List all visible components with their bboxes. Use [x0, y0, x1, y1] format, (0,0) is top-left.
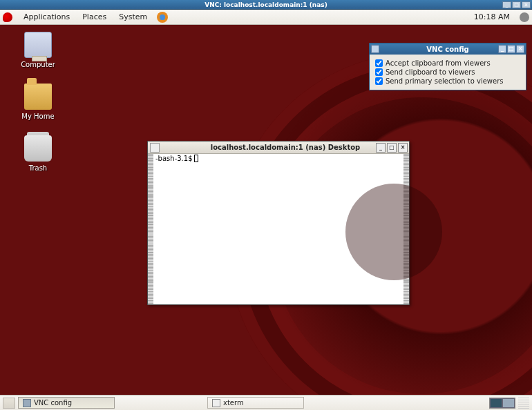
- option-send-primary[interactable]: Send primary selection to viewers: [375, 77, 520, 85]
- option-label: Accept clipboard from viewers: [386, 59, 491, 67]
- desktop-icon-home[interactable]: My Home: [10, 84, 66, 120]
- xterm-titlebar[interactable]: localhost.localdomain:1 (nas) Desktop _ …: [148, 141, 409, 154]
- option-send-clipboard[interactable]: Send clipboard to viewers: [375, 68, 520, 76]
- checkbox-send[interactable]: [375, 68, 383, 76]
- clock[interactable]: 10:18 AM: [471, 12, 513, 21]
- option-accept-clipboard[interactable]: Accept clipboard from viewers: [375, 59, 520, 67]
- menu-places[interactable]: Places: [79, 11, 109, 23]
- desktop-icon-label: My Home: [21, 113, 54, 120]
- vnc-config-window[interactable]: VNC config _ □ × Accept clipboard from v…: [369, 43, 526, 90]
- workspace-switcher[interactable]: [489, 398, 515, 409]
- taskbar-item-label: xterm: [223, 399, 244, 407]
- client-maximize-button[interactable]: □: [512, 1, 521, 8]
- terminal-prompt: -bash-3.1$: [155, 155, 193, 162]
- vnc-config-titlebar[interactable]: VNC config _ □ ×: [370, 43, 526, 55]
- workspace-1[interactable]: [490, 398, 502, 408]
- window-icon: [212, 399, 220, 407]
- firefox-icon[interactable]: [157, 12, 168, 23]
- taskbar-item-vnc-config[interactable]: VNC config: [18, 397, 115, 409]
- close-button[interactable]: ×: [516, 45, 524, 53]
- checkbox-accept[interactable]: [375, 59, 383, 67]
- volume-icon[interactable]: [520, 12, 529, 22]
- option-label: Send primary selection to viewers: [386, 77, 504, 85]
- taskbar-item-label: VNC config: [34, 399, 72, 407]
- client-close-button[interactable]: ×: [522, 1, 531, 8]
- desktop-icon-label: Trash: [29, 164, 47, 172]
- minimize-button[interactable]: _: [376, 143, 386, 153]
- computer-icon: [24, 32, 52, 58]
- desktop-icon-computer[interactable]: Computer: [10, 32, 66, 68]
- maximize-button[interactable]: □: [507, 45, 515, 53]
- menu-system[interactable]: System: [116, 11, 150, 23]
- terminal-cursor: [194, 155, 198, 162]
- desktop-icon-label: Computer: [21, 61, 55, 68]
- desktop-background[interactable]: Computer My Home Trash localhost.localdo…: [0, 25, 532, 395]
- menu-applications[interactable]: Applications: [21, 11, 73, 23]
- vnc-config-title: VNC config: [426, 46, 468, 53]
- maximize-button[interactable]: □: [387, 143, 397, 153]
- top-panel: Applications Places System 10:18 AM: [0, 10, 532, 25]
- xterm-window[interactable]: localhost.localdomain:1 (nas) Desktop _ …: [147, 141, 410, 305]
- remote-desktop: Applications Places System 10:18 AM Comp…: [0, 10, 532, 410]
- window-icon: [23, 399, 31, 407]
- close-button[interactable]: ×: [398, 143, 408, 153]
- show-desktop-button[interactable]: [3, 398, 15, 409]
- vnc-config-options: Accept clipboard from viewers Send clipb…: [370, 55, 526, 90]
- desktop-icon-trash[interactable]: Trash: [10, 135, 66, 172]
- vnc-client-title: VNC: localhost.localdomain:1 (nas): [205, 1, 327, 8]
- redhat-icon[interactable]: [3, 12, 12, 22]
- window-menu-icon[interactable]: [150, 143, 160, 153]
- taskbar-item-xterm[interactable]: xterm: [207, 397, 304, 409]
- vnc-client-titlebar: VNC: localhost.localdomain:1 (nas) _ □ ×: [0, 0, 532, 10]
- xterm-window-title: localhost.localdomain:1 (nas) Desktop: [162, 144, 409, 151]
- workspace-2[interactable]: [502, 398, 515, 408]
- minimize-button[interactable]: _: [498, 45, 506, 53]
- checkbox-primary[interactable]: [375, 77, 383, 85]
- terminal-body[interactable]: -bash-3.1$: [148, 154, 409, 304]
- client-minimize-button[interactable]: _: [502, 1, 511, 8]
- window-menu-icon[interactable]: [371, 45, 379, 53]
- bottom-panel: VNC config xterm: [0, 395, 532, 410]
- panel-corner-icon[interactable]: [518, 398, 529, 409]
- option-label: Send clipboard to viewers: [386, 68, 475, 76]
- trash-icon: [24, 135, 52, 162]
- folder-home-icon: [24, 84, 52, 110]
